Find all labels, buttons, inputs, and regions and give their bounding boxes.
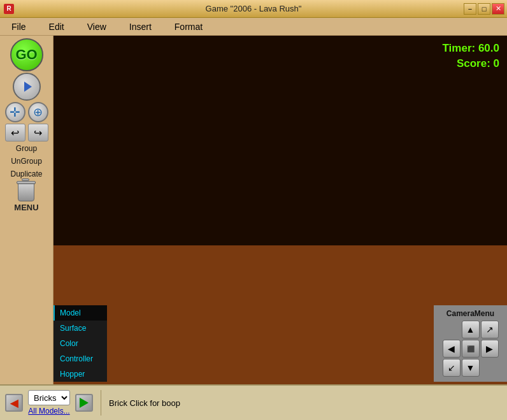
menu-insert[interactable]: Insert [118, 19, 163, 34]
cam-center-button[interactable]: ⬛ [462, 340, 480, 358]
tab-model[interactable]: Model [54, 305, 107, 321]
hud: Timer: 60.0 Score: 0 [443, 41, 499, 71]
trash-menu-button[interactable]: MENU [14, 181, 38, 212]
cam-center-icon: ⬛ [467, 345, 475, 352]
main-layout: GO ✛ ⊕ ↩ ↪ Group UnGroup [0, 36, 507, 417]
all-models-link[interactable]: All Models... [28, 407, 69, 416]
tab-surface[interactable]: Surface [54, 321, 107, 336]
move-button[interactable]: ✛ [5, 102, 25, 122]
prev-arrow-button[interactable]: ◀ [5, 394, 23, 412]
menu-edit[interactable]: Edit [38, 19, 76, 34]
left-toolbar: GO ✛ ⊕ ↩ ↪ Group UnGroup [0, 36, 54, 417]
move-icon: ✛ [10, 105, 20, 120]
maximize-button[interactable]: □ [478, 3, 490, 15]
camera-menu-label: CameraMenu [446, 309, 494, 318]
menu-label: MENU [14, 203, 38, 212]
group-button[interactable]: Group [4, 143, 50, 154]
play-icon [80, 398, 89, 408]
next-arrow-button[interactable] [75, 394, 93, 412]
title-bar: R Game "2006 - Lava Rush" − □ ✕ [0, 0, 507, 18]
canvas-top [54, 36, 507, 245]
trash-icon [18, 181, 36, 203]
undo-button[interactable]: ↩ [5, 124, 25, 141]
cam-left-button[interactable]: ◀ [443, 340, 461, 358]
prev-arrow-icon: ◀ [10, 397, 18, 409]
cam-empty-2 [481, 359, 499, 377]
trash-body [18, 184, 34, 201]
bricks-dropdown[interactable]: Bricks [28, 390, 70, 405]
game-canvas: Timer: 60.0 Score: 0 Model Surface Color… [54, 36, 507, 417]
action-buttons-row: ↩ ↪ [5, 124, 48, 141]
cam-right-icon: ▶ [486, 344, 493, 354]
score-display: Score: 0 [443, 56, 499, 71]
redo-icon: ↪ [34, 127, 42, 139]
cam-downleft-button[interactable]: ↙ [443, 359, 461, 377]
arrow-icon [24, 82, 32, 92]
camera-controls: ▲ ↗ ◀ ⬛ ▶ ↙ ▼ [443, 321, 499, 377]
cam-down-icon: ▼ [466, 363, 475, 373]
cam-upright-icon: ↗ [486, 324, 494, 335]
tab-color[interactable]: Color [54, 336, 107, 351]
tool-buttons-row: ✛ ⊕ [5, 102, 48, 122]
cam-down-button[interactable]: ▼ [462, 359, 480, 377]
cam-upright-button[interactable]: ↗ [481, 321, 499, 338]
tab-controller[interactable]: Controller [54, 351, 107, 366]
cam-up-button[interactable]: ▲ [462, 321, 480, 338]
left-side-tabs: Model Surface Color Controller Hopper [54, 305, 107, 382]
select-button[interactable] [13, 73, 41, 101]
cam-right-button[interactable]: ▶ [481, 340, 499, 358]
menu-view[interactable]: View [76, 19, 118, 34]
cam-up-icon: ▲ [466, 324, 475, 335]
cam-left-icon: ◀ [448, 344, 455, 354]
ungroup-button[interactable]: UnGroup [4, 156, 50, 167]
minimize-button[interactable]: − [464, 3, 476, 15]
status-separator [101, 390, 101, 416]
app-icon: R [4, 4, 14, 14]
brick-click-text: Brick Click for boop [109, 398, 180, 408]
go-button[interactable]: GO [10, 38, 43, 71]
cam-empty-1 [443, 321, 461, 338]
menu-bar: File Edit View Insert Format [0, 18, 507, 36]
close-button[interactable]: ✕ [492, 3, 504, 15]
status-info: Brick Click for boop [109, 398, 180, 408]
bricks-selector-group: Bricks All Models... [28, 390, 70, 416]
tab-hopper[interactable]: Hopper [54, 366, 107, 382]
menu-format[interactable]: Format [163, 19, 214, 34]
timer-display: Timer: 60.0 [443, 41, 499, 56]
camera-panel: CameraMenu ▲ ↗ ◀ ⬛ ▶ [434, 305, 507, 382]
window-title: Game "2006 - Lava Rush" [206, 4, 302, 13]
status-bar: ◀ Bricks All Models... Brick Click for b… [0, 384, 507, 420]
undo-icon: ↩ [11, 127, 19, 139]
add-button[interactable]: ⊕ [28, 102, 48, 122]
menu-file[interactable]: File [0, 19, 38, 34]
trash-handle [22, 178, 29, 181]
add-icon: ⊕ [33, 105, 43, 119]
redo-button[interactable]: ↪ [28, 124, 48, 141]
window-controls: − □ ✕ [464, 3, 504, 15]
cam-downleft-icon: ↙ [448, 363, 455, 373]
